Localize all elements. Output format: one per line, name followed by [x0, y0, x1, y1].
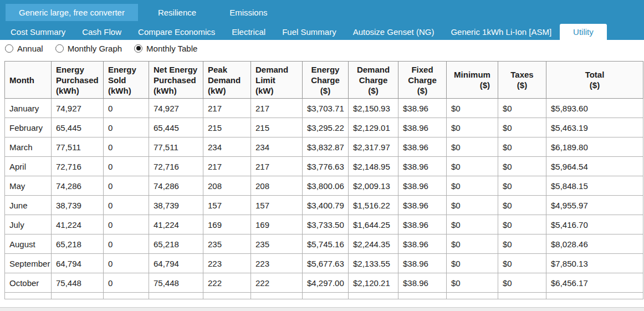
- month-cell: September: [5, 254, 52, 273]
- column-header-month: Month: [5, 62, 52, 99]
- tab-utility[interactable]: Utility: [560, 24, 607, 40]
- value-cell: $38.96: [398, 273, 447, 293]
- radio-button-icon[interactable]: [55, 44, 64, 53]
- value-cell: $0: [498, 254, 546, 273]
- value-cell: $0: [447, 157, 498, 176]
- value-cell: 223: [251, 254, 303, 273]
- tab-label: Utility: [573, 27, 594, 37]
- tab-label: Resilience: [158, 8, 196, 17]
- tab-label: Cash Flow: [82, 27, 121, 37]
- radio-button-icon[interactable]: [5, 44, 13, 53]
- column-label: Month: [9, 75, 49, 85]
- column-label: Net Energy Purchased: [154, 64, 201, 85]
- value-cell: 208: [251, 176, 303, 196]
- tab-generic-large-free-converter[interactable]: Generic large, free converter: [6, 4, 138, 21]
- value-cell: $4,955.97: [546, 196, 643, 215]
- value-cell: $38.96: [398, 196, 447, 215]
- tab-resilience[interactable]: Resilience: [145, 4, 209, 21]
- column-label: Peak Demand: [208, 64, 248, 85]
- secondary-tabbar: Cost Summary Cash Flow Compare Economics…: [0, 24, 644, 40]
- tab-label: Generic large, free converter: [19, 8, 125, 17]
- tab-cost-summary[interactable]: Cost Summary: [2, 24, 74, 40]
- empty-cell: [447, 293, 498, 299]
- table-row-february: February65,445065,445215215$3,295.22$2,1…: [5, 118, 643, 137]
- table-row-august: August65,218065,218235235$5,745.16$2,244…: [5, 234, 643, 254]
- value-cell: $38.96: [398, 137, 447, 157]
- column-header-fixed-charge: Fixed Charge($): [398, 62, 447, 99]
- value-cell: $38.96: [398, 215, 447, 234]
- value-cell: $2,129.01: [349, 118, 398, 137]
- value-cell: $3,800.06: [303, 176, 349, 196]
- table-row-october: October75,448075,448222222$4,297.00$2,12…: [5, 273, 643, 293]
- value-cell: $2,133.55: [349, 254, 398, 273]
- value-cell: $0: [447, 118, 498, 137]
- column-unit: (kWh): [108, 85, 146, 96]
- table-row-april: April72,716072,716217217$3,776.63$2,148.…: [5, 157, 643, 176]
- horizontal-scrollbar-track[interactable]: [0, 307, 644, 311]
- tab-generic-1kwh-li-ion-asm[interactable]: Generic 1kWh Li-Ion [ASM]: [442, 24, 560, 40]
- value-cell: 72,716: [149, 157, 203, 176]
- value-cell: $0: [447, 99, 498, 118]
- radio-label: Annual: [17, 44, 43, 53]
- column-header-energy-charge: Energy Charge($): [303, 62, 349, 99]
- month-cell: May: [5, 176, 52, 196]
- radio-annual[interactable]: Annual: [5, 44, 43, 53]
- tab-label: Compare Economics: [138, 27, 215, 37]
- value-cell: 157: [251, 196, 303, 215]
- month-cell: June: [5, 196, 52, 215]
- value-cell: 208: [203, 176, 251, 196]
- month-cell: March: [5, 137, 52, 157]
- table-row-january: January74,927074,927217217$3,703.71$2,15…: [5, 99, 643, 118]
- value-cell: 75,448: [52, 273, 104, 293]
- column-header-net-energy-purchased: Net Energy Purchased(kWh): [149, 62, 203, 99]
- value-cell: 169: [251, 215, 303, 234]
- tab-emissions[interactable]: Emissions: [216, 4, 280, 21]
- radio-label: Monthly Graph: [68, 44, 122, 53]
- radio-button-icon[interactable]: [134, 44, 142, 53]
- value-cell: $38.96: [398, 176, 447, 196]
- value-cell: 215: [251, 118, 303, 137]
- value-cell: 64,794: [149, 254, 203, 273]
- value-cell: $0: [498, 99, 546, 118]
- value-cell: 65,445: [52, 118, 104, 137]
- value-cell: 74,286: [52, 176, 104, 196]
- radio-monthly-table[interactable]: Monthly Table: [134, 44, 197, 53]
- tab-autosize-genset-ng[interactable]: Autosize Genset (NG): [345, 24, 443, 40]
- tab-cash-flow[interactable]: Cash Flow: [74, 24, 130, 40]
- value-cell: 38,739: [149, 196, 203, 215]
- tab-compare-economics[interactable]: Compare Economics: [130, 24, 223, 40]
- value-cell: $2,150.93: [349, 99, 398, 118]
- value-cell: 222: [251, 273, 303, 293]
- tab-fuel-summary[interactable]: Fuel Summary: [274, 24, 345, 40]
- empty-cell: [498, 293, 546, 299]
- table-header-row: MonthEnergy Purchased(kWh)Energy Sold(kW…: [5, 62, 643, 99]
- table-row-may: May74,286074,286208208$3,800.06$2,009.13…: [5, 176, 643, 196]
- value-cell: 38,739: [52, 196, 104, 215]
- empty-cell: [104, 293, 149, 299]
- tab-electrical[interactable]: Electrical: [223, 24, 274, 40]
- month-cell: July: [5, 215, 52, 234]
- month-cell: January: [5, 99, 52, 118]
- month-cell: August: [5, 234, 52, 254]
- radio-monthly-graph[interactable]: Monthly Graph: [55, 44, 122, 53]
- value-cell: $2,009.13: [349, 176, 398, 196]
- tab-label: Cost Summary: [11, 27, 65, 37]
- value-cell: $2,317.97: [349, 137, 398, 157]
- column-unit: ($): [500, 80, 544, 90]
- tab-label: Fuel Summary: [282, 27, 336, 37]
- value-cell: 217: [203, 99, 251, 118]
- column-label: Minimum: [449, 69, 495, 80]
- value-cell: $5,964.54: [546, 157, 643, 176]
- column-header-energy-purchased: Energy Purchased(kWh): [52, 62, 104, 99]
- value-cell: 0: [104, 196, 149, 215]
- column-unit: (kWh): [154, 85, 201, 96]
- value-cell: $3,832.87: [303, 137, 349, 157]
- value-cell: 41,224: [52, 215, 104, 234]
- table-row-june: June38,739038,739157157$3,400.79$1,516.2…: [5, 196, 643, 215]
- value-cell: $0: [498, 196, 546, 215]
- value-cell: $5,745.16: [303, 234, 349, 254]
- column-header-total: Total($): [546, 62, 643, 99]
- value-cell: $0: [498, 215, 546, 234]
- value-cell: 0: [104, 118, 149, 137]
- column-unit: ($): [305, 85, 346, 96]
